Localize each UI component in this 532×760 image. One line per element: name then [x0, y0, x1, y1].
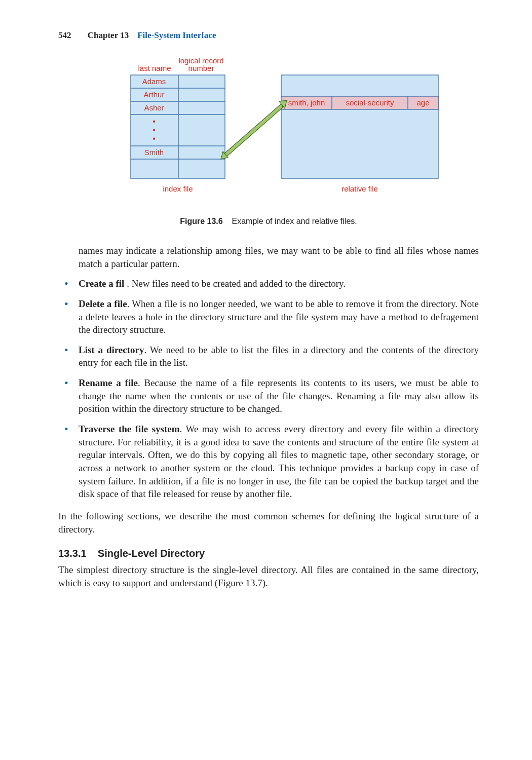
figure-caption-text: Example of index and relative files. — [232, 217, 357, 225]
list-item: Create a fil . New files need to be crea… — [58, 277, 479, 290]
subsection-heading: 13.3.1 Single-Level Directory — [58, 548, 479, 559]
index-row-adams: Adams — [142, 77, 166, 86]
intro-paragraph: names may indicate a relationship among … — [79, 244, 479, 270]
index-file-table: Adams Arthur Asher Smith • • • — [131, 75, 225, 178]
label-relative-file: relative file — [341, 184, 378, 193]
chapter-title: File-System Interface — [137, 30, 216, 40]
relative-file-table: smith, john social-security age — [281, 75, 438, 178]
chapter-label: Chapter 13 — [88, 30, 129, 40]
dot-icon: • — [153, 126, 156, 134]
subsection-paragraph: The simplest directory structure is the … — [58, 563, 479, 589]
index-row-smith: Smith — [144, 148, 164, 157]
list-item: Delete a file. When a file is no longer … — [58, 297, 479, 336]
dot-icon: • — [153, 117, 156, 126]
index-row-asher: Asher — [144, 103, 164, 112]
figure-13-6: last name logical record number Adams Ar… — [91, 56, 446, 226]
list-body: . When a file is no longer needed, we wa… — [79, 298, 479, 335]
relative-cell-ssn: social-security — [346, 98, 394, 107]
dot-icon: • — [153, 134, 156, 143]
arrow-icon — [221, 100, 287, 159]
list-title: List a directory — [79, 345, 144, 355]
list-item: Traverse the file system. We may wish to… — [58, 423, 479, 501]
page-number: 542 — [58, 30, 71, 40]
subsection-number: 13.3.1 — [58, 548, 87, 559]
list-body: . Because the name of a file represents … — [79, 377, 479, 414]
figure-caption: Figure 13.6 Example of index and relativ… — [91, 217, 446, 226]
list-title: Delete a file — [79, 298, 127, 309]
list-body: . New files need to be created and added… — [127, 278, 346, 289]
relative-cell-age: age — [416, 98, 429, 107]
list-item: List a directory. We need to be able to … — [58, 344, 479, 369]
list-title: Rename a file — [79, 377, 138, 388]
operations-list: Create a fil . New files need to be crea… — [58, 277, 479, 501]
index-row-arthur: Arthur — [144, 90, 165, 99]
figure-svg: last name logical record number Adams Ar… — [91, 56, 446, 208]
list-title: Create a fil — [79, 278, 127, 289]
svg-marker-10 — [222, 103, 283, 157]
list-body: . We may wish to access every directory … — [79, 424, 479, 499]
after-list-paragraph: In the following sections, we describe t… — [58, 510, 479, 536]
relative-cell-name: smith, john — [288, 98, 325, 107]
page: 542 Chapter 13 File-System Interface las… — [0, 0, 532, 630]
label-logical-record-2: number — [188, 64, 214, 72]
list-item: Rename a file. Because the name of a fil… — [58, 376, 479, 415]
label-last-name: last name — [138, 64, 171, 72]
label-index-file: index file — [163, 184, 193, 193]
svg-rect-7 — [281, 75, 438, 178]
subsection-title: Single-Level Directory — [98, 548, 205, 559]
list-title: Traverse the file system — [79, 424, 180, 434]
figure-number: Figure 13.6 — [180, 217, 222, 225]
page-header: 542 Chapter 13 File-System Interface — [58, 30, 479, 41]
